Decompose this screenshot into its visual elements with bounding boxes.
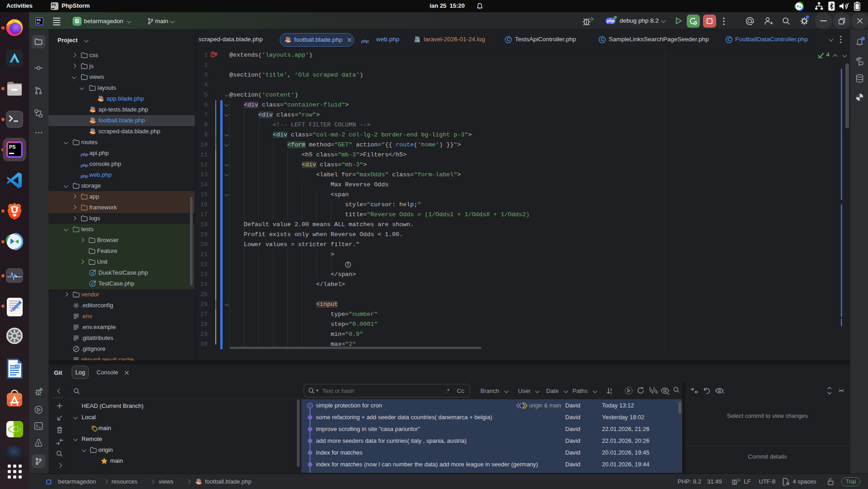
svg-text:C: C xyxy=(507,37,510,42)
svg-text:C: C xyxy=(727,37,731,42)
svg-text:2: 2 xyxy=(610,391,612,395)
svg-text:LOG: LOG xyxy=(415,40,420,42)
svg-text:PS: PS xyxy=(9,144,16,150)
svg-text:PS: PS xyxy=(37,19,41,22)
svg-text:C: C xyxy=(601,37,604,42)
